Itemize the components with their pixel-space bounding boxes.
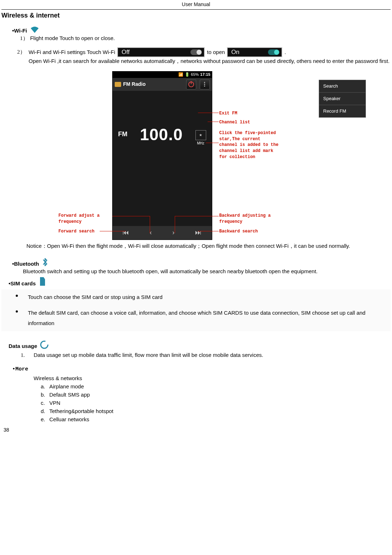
frequency-display: FM 100.0 ★ MHz [113, 91, 212, 146]
power-button[interactable] [186, 79, 196, 89]
list-marker-2: 2） [17, 48, 26, 56]
more-item-d: d.Tethering&portable hotspot [41, 407, 391, 415]
next-freq-button[interactable]: › [172, 228, 174, 237]
app-title: FM Radio [123, 81, 146, 88]
bluetooth-heading-text: •Bluetooth [12, 260, 39, 267]
more-list: a.Airplane mode b.Default SMS app c.VPN … [41, 383, 391, 423]
sim-b2-text: The default SIM card, can choose a voice… [28, 308, 391, 328]
phone-screenshot: 📶 🔋 65% 17:15 FM Radio FM 1 [112, 71, 212, 240]
wifi-notice: Notice：Open Wi-Fi then the flight mode，W… [5, 242, 387, 250]
menu-popup: Search Speaker Record FM [319, 80, 366, 118]
callout-bwd-search: Backward search [219, 229, 258, 235]
callout-exit: Exit FM [219, 110, 237, 117]
more-heading-text: •More [12, 365, 28, 373]
toggle-on-label: On [231, 48, 239, 57]
data-usage-heading: Data usage [9, 340, 391, 350]
fm-label: FM [118, 130, 128, 139]
wifi-item2-a: Wi-Fi and Wi-Fi settings Touch Wi-Fi [29, 48, 115, 56]
callout-star: Click the five-pointed star,The current … [219, 130, 280, 160]
wifi-heading: •Wi-Fi [12, 25, 391, 34]
bullet-icon [16, 310, 18, 313]
menu-search[interactable]: Search [319, 80, 366, 93]
callout-fwd-search: Forward search [59, 229, 95, 235]
wifi-item-2: 2） Wi-Fi and Wi-Fi settings Touch Wi-Fi … [17, 47, 391, 57]
more-item-a: a.Airplane mode [41, 383, 391, 390]
sim-icon [38, 276, 47, 287]
page-number: 38 [4, 427, 391, 434]
switch-off-icon [190, 49, 202, 55]
more-item-b: b.Default SMS app [41, 391, 391, 398]
wifi-heading-text: •Wi-Fi [12, 27, 27, 34]
radio-icon [115, 82, 121, 87]
data-usage-heading-text: Data usage [9, 342, 37, 350]
battery-text: 🔋 65% [185, 72, 199, 77]
wifi-item2-para: Open Wi-Fi ,it can search for available … [29, 57, 391, 65]
du-text: Data usage set up mobile data traffic li… [34, 352, 263, 358]
prev-freq-button[interactable]: ‹ [150, 228, 152, 237]
menu-speaker[interactable]: Speaker [319, 93, 366, 105]
wifi-item2-period: . [284, 48, 286, 56]
bluetooth-heading: •Bluetooth [12, 257, 391, 267]
wifi-item1-text: Flight mode Touch to open or close. [30, 35, 115, 41]
sim-heading: •SIM cards [9, 276, 391, 287]
fm-radio-figure: 📶 🔋 65% 17:15 FM Radio FM 1 [66, 71, 327, 240]
bullet-icon [16, 295, 18, 297]
wifi-item-1: 1） Flight mode Touch to open or close. [20, 34, 391, 42]
sim-b1-text: Touch can choose the SIM card or stop us… [28, 292, 391, 303]
data-usage-icon [39, 340, 49, 350]
more-heading: •More [12, 365, 391, 373]
signal-icon: 📶 [178, 72, 183, 77]
app-bar: FM Radio [113, 78, 212, 91]
prev-search-button[interactable]: ⏮ [123, 228, 129, 237]
callout-channel-list: Channel list [219, 119, 250, 126]
power-icon [188, 82, 194, 87]
wifi-item2-b: to open [207, 48, 225, 56]
sim-heading-text: •SIM cards [9, 280, 36, 287]
next-search-button[interactable]: ⏭ [195, 228, 202, 237]
sim-bullet-1: Touch can choose the SIM card or stop us… [1, 289, 391, 305]
favorite-button[interactable]: ★ [195, 130, 206, 140]
more-subheading: Wireless & networks [34, 374, 391, 382]
sim-bullet-2: The default SIM card, can choose a voice… [1, 305, 391, 331]
menu-button[interactable] [200, 79, 210, 89]
callout-bwd-adj: Backward adjusting a frequency [219, 213, 284, 225]
more-item-c: c.VPN [41, 399, 391, 407]
svg-point-0 [41, 341, 48, 348]
menu-icon [204, 82, 205, 87]
wifi-toggle-on[interactable]: On [227, 47, 282, 57]
data-usage-item: 1. Data usage set up mobile data traffic… [21, 351, 391, 359]
more-item-e: e.Celluar networks [41, 416, 391, 423]
menu-record[interactable]: Record FM [319, 105, 366, 117]
page-header: User Manual [1, 0, 391, 10]
du-marker: 1. [21, 352, 32, 359]
star-icon: ★ [199, 133, 202, 138]
switch-on-icon [268, 49, 279, 55]
wifi-icon [29, 25, 40, 34]
toggle-off-label: Off [121, 48, 129, 57]
callout-fwd-adj: Forward adjust a frequency [59, 213, 112, 225]
sim-list: Touch can choose the SIM card or stop us… [1, 289, 391, 331]
list-marker-1: 1） [20, 35, 29, 42]
wifi-toggle-off[interactable]: Off [117, 47, 205, 57]
frequency-value: 100.0 [140, 123, 183, 146]
mhz-label: MHz [197, 141, 204, 146]
statusbar: 📶 🔋 65% 17:15 [113, 72, 212, 78]
status-time: 17:15 [200, 72, 210, 77]
bottom-controls: ⏮ ‹ › ⏭ [113, 226, 212, 240]
section-title: Wireless & internet [1, 11, 391, 20]
bluetooth-para: Bluetooth switch and setting up the touc… [23, 267, 388, 275]
bluetooth-icon [41, 257, 49, 267]
